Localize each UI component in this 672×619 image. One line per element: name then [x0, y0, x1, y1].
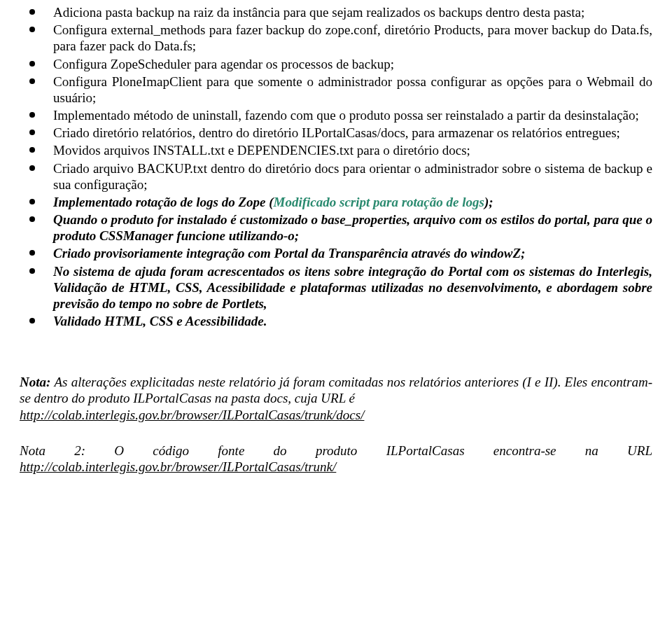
list-item: Configura ZopeScheduler para agendar os …: [20, 56, 652, 72]
note-line: Nota 2: O código fonte do produto ILPort…: [20, 443, 652, 459]
list-item: Criado provisoriamente integração com Po…: [20, 245, 652, 261]
note-body: As alterações explicitadas neste relatór…: [20, 375, 652, 405]
list-item: Implementado rotação de logs do Zope (Mo…: [20, 194, 652, 210]
link-text: http://colab.interlegis.gov.br/browser/I…: [20, 459, 336, 474]
list-item: Movidos arquivos INSTALL.txt e DEPENDENC…: [20, 142, 652, 158]
list-item: Configura external_methods para fazer ba…: [20, 22, 652, 54]
note-label: Nota:: [20, 375, 54, 389]
list-item: No sistema de ajuda foram acrescentados …: [20, 263, 652, 312]
link-text: http://colab.interlegis.gov.br/browser/I…: [20, 408, 364, 422]
list-item: Configura PloneImapClient para que somen…: [20, 74, 652, 106]
list-item: Implementado método de uninstall, fazend…: [20, 107, 652, 123]
list-item: Adiciona pasta backup na raiz da instânc…: [20, 4, 652, 20]
list-item: Quando o produto for instalado é customi…: [20, 211, 652, 244]
text-run: );: [484, 195, 493, 209]
note-block: Nota: As alterações explicitadas neste r…: [20, 374, 652, 423]
list-item: Criado arquivo BACKUP.txt dentro do dire…: [20, 160, 652, 193]
text-run-highlight: Modificado script para rotação de logs: [274, 195, 484, 209]
text-run: Implementado rotação de logs do Zope (: [53, 195, 274, 209]
note-block: Nota 2: O código fonte do produto ILPort…: [20, 443, 652, 475]
bullet-list: Adiciona pasta backup na raiz da instânc…: [20, 4, 652, 329]
list-item: Validado HTML, CSS e Acessibilidade.: [20, 313, 652, 329]
list-item: Criado diretório relatórios, dentro do d…: [20, 125, 652, 141]
